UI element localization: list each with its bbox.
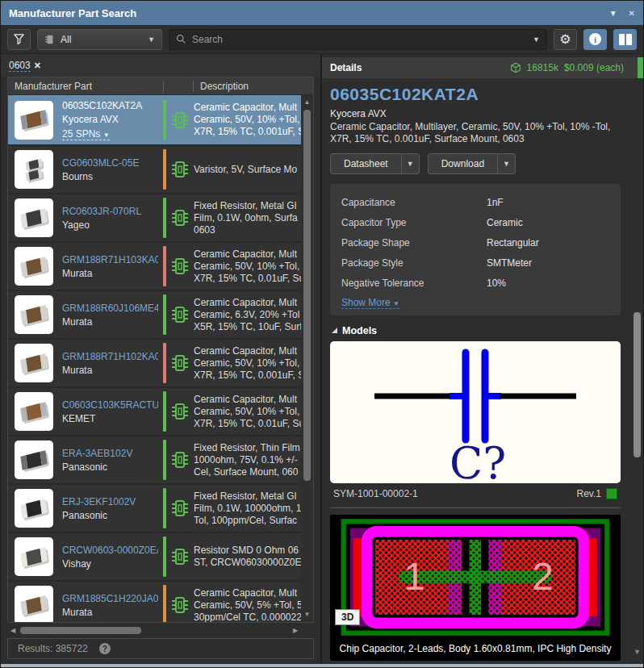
datasheet-button[interactable]: Datasheet <box>331 154 401 173</box>
details-header: Details 16815k $0.009 (each) <box>322 57 643 78</box>
manufacturer-name: Vishay <box>62 558 158 570</box>
download-split-button: Download ▼ <box>428 153 516 174</box>
3d-toggle-button[interactable]: 3D <box>335 609 360 625</box>
parameter-value: SMTMeter <box>487 257 532 269</box>
part-number-link[interactable]: ERJ-3EKF1002V <box>62 496 158 507</box>
stock-cube-icon <box>510 62 521 73</box>
table-row[interactable]: GRM188R60J106ME47 Murata ▼ Ceramic Capac… <box>8 291 313 340</box>
ic-model-icon <box>166 208 194 228</box>
part-number-link[interactable]: CG0603MLC-05E <box>62 157 158 169</box>
ic-model-icon <box>166 353 194 373</box>
table-row[interactable]: ERA-3AEB102V Panasonic ▼ Fixed Resistor,… <box>8 436 313 485</box>
active-filters-bar: 0603 ✕ <box>1 54 320 77</box>
details-title: Details <box>330 62 362 73</box>
filter-tag-0603[interactable]: 0603 <box>9 60 31 72</box>
table-row[interactable]: CRCW0603-0000Z0EA Vishay ▼ Resistor SMD … <box>8 533 313 582</box>
scroll-down-icon[interactable]: ▼ <box>301 609 313 620</box>
part-number-link[interactable]: CRCW0603-0000Z0EA <box>62 545 158 556</box>
manufacturer-label: Kyocera AVX <box>330 108 621 119</box>
chevron-down-icon: ▼ <box>148 35 155 44</box>
column-description[interactable]: Description <box>194 81 313 92</box>
collapse-triangle-icon <box>332 328 337 333</box>
parameter-row: Capacitor TypeCeramic <box>341 212 609 232</box>
manufacturer-name: Yageo <box>62 219 158 231</box>
part-number-link[interactable]: RC0603JR-070RL <box>62 206 158 217</box>
designator-text: C? <box>450 438 506 483</box>
scroll-up-icon[interactable]: ▲ <box>301 97 313 108</box>
part-description: Ceramic Capacitor, MultCeramic, 6.3V, 20… <box>194 297 302 333</box>
column-manufacturer-part[interactable]: Manufacturer Part <box>8 81 163 92</box>
part-number-link[interactable]: GRM188R71H102KA01 <box>62 351 158 362</box>
vertical-scrollbar[interactable]: ▲ ▼ <box>301 95 313 622</box>
part-number-link[interactable]: GRM188R71H103KA01 <box>62 254 158 265</box>
scrollbar-thumb[interactable] <box>303 110 311 481</box>
parameter-name: Negative Tolerance <box>341 278 487 289</box>
part-description: Fixed Resistor, Metal GlFilm, 0.1W, 0ohm… <box>194 200 302 236</box>
part-description: Ceramic Capacitor, MultCeramic, 50V, 10%… <box>194 248 302 285</box>
part-description: Varistor, 5V, Surface Mo <box>194 164 302 176</box>
table-row[interactable]: RC0603JR-070RL Yageo ▼ Fixed Resistor, M… <box>8 194 313 243</box>
close-icon[interactable]: ✕ <box>629 9 635 18</box>
table-row[interactable]: C0603C103K5RACTU KEMET ▼ Ceramic Capacit… <box>8 388 313 436</box>
search-history-chevron-icon[interactable]: ▼ <box>533 35 540 44</box>
manufacturer-name: Panasonic <box>62 461 158 473</box>
table-row[interactable]: GRM188R71H102KA01 Murata ▼ Ceramic Capac… <box>8 340 313 388</box>
parameter-name: Package Shape <box>341 237 487 248</box>
scroll-left-icon[interactable]: ◀ <box>7 624 19 637</box>
download-dropdown-icon[interactable]: ▼ <box>497 154 515 173</box>
datasheet-dropdown-icon[interactable]: ▼ <box>401 154 419 173</box>
part-thumbnail <box>15 198 53 237</box>
parameter-row: Package StyleSMTMeter <box>341 253 609 273</box>
parameter-name: Capacitor Type <box>341 217 487 228</box>
download-button[interactable]: Download <box>429 154 497 173</box>
horizontal-scrollbar[interactable]: ◀ ▶ <box>7 624 314 637</box>
panel-menu-icon[interactable]: ▼ <box>609 9 617 18</box>
remove-filter-icon[interactable]: ✕ <box>34 61 41 71</box>
ic-model-icon <box>166 595 194 615</box>
part-thumbnail <box>15 344 53 382</box>
part-thumbnail <box>15 489 53 528</box>
part-number-link[interactable]: GRM188R60J106ME47 <box>62 303 158 314</box>
settings-button[interactable]: ⚙ <box>554 29 577 50</box>
show-more-link[interactable]: Show More ▼ <box>341 297 399 309</box>
part-number-link[interactable]: ERA-3AEB102V <box>62 448 158 459</box>
parameter-row: Package ShapeRectangular <box>341 232 609 253</box>
table-row[interactable]: CG0603MLC-05E Bourns ▼ Varistor, 5V, Sur… <box>8 146 313 194</box>
part-number-link[interactable]: C0603C103K5RACTU <box>62 399 158 411</box>
table-row[interactable]: GRM188R71H103KA01 Murata ▼ Ceramic Capac… <box>8 243 313 291</box>
details-scrollbar-thumb[interactable] <box>634 312 641 457</box>
panels-button[interactable] <box>613 29 637 50</box>
part-description: Fixed Resistor, Thin Film1000ohm, 75V, 0… <box>194 442 302 478</box>
part-number-link[interactable]: GRM1885C1H220JA01 <box>62 593 158 604</box>
scroll-right-icon[interactable]: ▶ <box>290 624 301 637</box>
parameter-value: 1nF <box>487 197 504 208</box>
part-thumbnail <box>15 295 53 334</box>
h-scrollbar-thumb[interactable] <box>20 627 141 634</box>
table-row[interactable]: ERJ-3EKF1002V Panasonic ▼ Fixed Resistor… <box>8 485 313 533</box>
part-description: Ceramic Capacitor, MultCeramic, 50V, 10%… <box>194 345 302 382</box>
info-button[interactable]: i <box>583 29 607 50</box>
category-dropdown[interactable]: All ▼ <box>37 29 162 50</box>
panels-icon <box>619 34 632 45</box>
parameter-value: 10% <box>487 278 506 289</box>
help-icon[interactable]: ? <box>99 643 111 654</box>
part-number-link[interactable]: 06035C102KAT2A <box>62 100 158 111</box>
spns-link[interactable]: 25 SPNs ▼ <box>62 128 110 140</box>
details-scroll-down-icon[interactable]: ▼ <box>634 648 641 656</box>
part-thumbnail <box>15 150 53 189</box>
part-description: Ceramic Capacitor, MultCeramic, 50V, 10%… <box>194 394 302 430</box>
models-section-header[interactable]: Models <box>332 325 621 336</box>
results-table: Manufacturer Part Description 06035C102K… <box>7 77 314 623</box>
search-input[interactable]: Search ▼ <box>169 29 547 50</box>
filter-button[interactable] <box>7 29 31 50</box>
table-row[interactable]: GRM1885C1H220JA01 Murata ▼ Ceramic Capac… <box>8 582 313 622</box>
datasheet-split-button: Datasheet ▼ <box>330 153 420 174</box>
results-list: 06035C102KAT2A Kyocera AVX 25 SPNs ▼ Cer… <box>8 95 313 622</box>
schematic-symbol-preview[interactable]: C? <box>330 341 621 483</box>
ic-model-icon <box>166 547 194 566</box>
part-description: Ceramic Capacitor, MultCeramic, 50V, 10%… <box>194 102 302 138</box>
gear-icon: ⚙ <box>559 33 571 46</box>
footprint-preview[interactable]: 1 2 3D Chip Capacitor, 2-Leads, Body 1.6… <box>330 515 621 661</box>
details-body: 06035C102KAT2A Kyocera AVX Ceramic Capac… <box>322 78 643 664</box>
table-row[interactable]: 06035C102KAT2A Kyocera AVX 25 SPNs ▼ Cer… <box>8 95 313 146</box>
